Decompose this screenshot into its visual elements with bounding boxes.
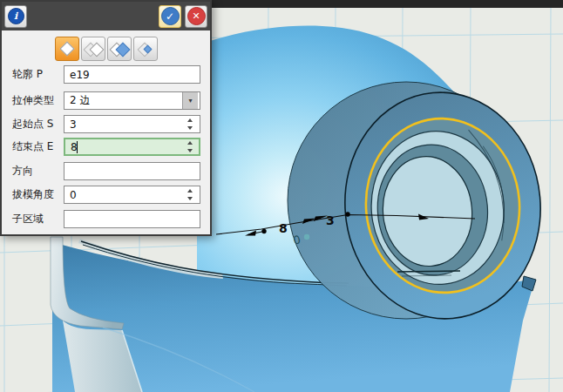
spinner-down-icon[interactable] [187, 126, 193, 130]
start-offset-label: 3 [326, 213, 335, 227]
field-row-draft-angle: 拔模角度 [2, 186, 210, 205]
start-point-label: 起始点 S [12, 115, 53, 133]
origin-glow [304, 234, 309, 240]
cancel-x-icon: ✕ [187, 7, 206, 25]
dialog-titlebar[interactable]: i ✓ ✕ [2, 2, 210, 30]
mode-extrude-intersect-button[interactable] [133, 37, 158, 61]
field-row-end-point: 结束点 E [2, 138, 210, 157]
spinner-down-icon[interactable] [187, 197, 193, 200]
field-row-extrude-type: 拉伸类型 ▾ [2, 91, 210, 111]
text-cursor [77, 141, 78, 153]
field-row-direction: 方向 [2, 162, 210, 181]
spinner-up-icon[interactable] [187, 141, 193, 145]
extrude-type-dropdown-button[interactable]: ▾ [182, 92, 198, 109]
info-icon: i [8, 8, 24, 24]
start-point-input[interactable] [64, 115, 200, 133]
bore-bottom-chord [397, 271, 460, 272]
spinner-up-icon[interactable] [187, 189, 193, 193]
chevron-down-icon: ▾ [188, 97, 192, 105]
extrude-type-input[interactable] [64, 91, 200, 110]
field-row-subregion: 子区域 [2, 210, 210, 229]
profile-drag-dot[interactable] [345, 212, 349, 216]
spinner-up-icon[interactable] [187, 118, 193, 122]
cancel-button[interactable]: ✕ [185, 5, 207, 28]
mode-extrude-add-button[interactable] [81, 37, 105, 61]
extrude-type-label: 拉伸类型 [12, 91, 54, 110]
start-point-stepper[interactable] [187, 118, 193, 130]
profile-input[interactable] [64, 65, 200, 84]
draft-angle-stepper[interactable] [187, 189, 193, 200]
ok-button[interactable]: ✓ [159, 5, 181, 28]
end-offset-label: 8 [279, 221, 288, 235]
field-row-profile: 轮廓 P [2, 65, 210, 84]
mode-extrude-base-button[interactable] [55, 37, 79, 61]
end-point-label: 结束点 E [12, 138, 53, 156]
direction-input[interactable] [64, 162, 200, 180]
end-point-input[interactable] [64, 138, 200, 156]
field-row-start-point: 起始点 S [2, 115, 210, 134]
end-point-stepper[interactable] [187, 141, 193, 152]
extrude-dialog: i ✓ ✕ [0, 0, 212, 236]
cad-application-window: 8 0 3 i ✓ ✕ [0, 0, 563, 392]
draft-angle-label: 拔模角度 [12, 186, 54, 204]
info-button[interactable]: i [4, 5, 27, 28]
profile-label: 轮廓 P [12, 65, 43, 84]
diamond-base-icon [60, 42, 75, 57]
spinner-down-icon[interactable] [187, 149, 193, 152]
subregion-input[interactable] [64, 210, 200, 228]
subregion-label: 子区域 [12, 210, 44, 228]
extrude-mode-toolbar [55, 37, 158, 61]
mode-extrude-remove-button[interactable] [107, 37, 132, 61]
ok-check-icon: ✓ [161, 7, 180, 25]
start-drag-dot[interactable] [261, 229, 266, 233]
direction-label: 方向 [12, 162, 33, 180]
draft-angle-input[interactable] [64, 186, 200, 204]
